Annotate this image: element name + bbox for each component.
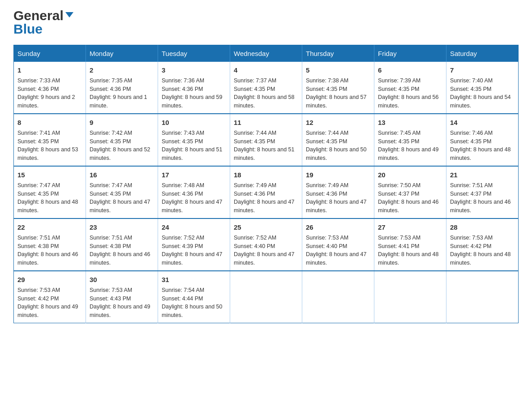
calendar-cell: 31Sunrise: 7:54 AMSunset: 4:44 PMDayligh… bbox=[158, 271, 230, 323]
day-sunrise: Sunrise: 7:53 AM bbox=[450, 235, 493, 241]
header-tuesday: Tuesday bbox=[158, 45, 230, 62]
calendar-cell: 16Sunrise: 7:47 AMSunset: 4:35 PMDayligh… bbox=[86, 166, 158, 218]
calendar-cell: 9Sunrise: 7:42 AMSunset: 4:35 PMDaylight… bbox=[86, 114, 158, 166]
day-sunrise: Sunrise: 7:51 AM bbox=[450, 182, 493, 188]
calendar-cell: 26Sunrise: 7:53 AMSunset: 4:40 PMDayligh… bbox=[302, 218, 374, 271]
day-sunset: Sunset: 4:36 PM bbox=[306, 191, 347, 197]
day-daylight: Daylight: 8 hours and 47 minutes. bbox=[90, 199, 150, 214]
day-daylight: Daylight: 8 hours and 53 minutes. bbox=[17, 146, 78, 161]
calendar-cell: 17Sunrise: 7:48 AMSunset: 4:36 PMDayligh… bbox=[158, 166, 230, 218]
day-number: 14 bbox=[450, 118, 515, 127]
calendar-cell: 25Sunrise: 7:52 AMSunset: 4:40 PMDayligh… bbox=[230, 218, 302, 271]
day-sunrise: Sunrise: 7:39 AM bbox=[378, 77, 420, 84]
calendar-week-4: 22Sunrise: 7:51 AMSunset: 4:38 PMDayligh… bbox=[14, 218, 519, 271]
day-daylight: Daylight: 8 hours and 51 minutes. bbox=[234, 146, 295, 161]
day-number: 12 bbox=[306, 118, 370, 127]
logo-line2: Blue bbox=[13, 22, 73, 36]
calendar-cell bbox=[230, 271, 302, 323]
day-sunrise: Sunrise: 7:51 AM bbox=[17, 235, 60, 241]
day-sunrise: Sunrise: 7:52 AM bbox=[162, 235, 204, 241]
logo-triangle-icon bbox=[65, 12, 73, 17]
day-sunrise: Sunrise: 7:40 AM bbox=[450, 77, 493, 84]
day-sunrise: Sunrise: 7:53 AM bbox=[90, 287, 132, 293]
day-daylight: Daylight: 8 hours and 57 minutes. bbox=[306, 94, 367, 109]
calendar-cell: 8Sunrise: 7:41 AMSunset: 4:35 PMDaylight… bbox=[14, 114, 86, 166]
day-number: 6 bbox=[378, 65, 442, 75]
calendar-cell: 1Sunrise: 7:33 AMSunset: 4:36 PMDaylight… bbox=[14, 62, 86, 114]
day-number: 3 bbox=[162, 65, 226, 75]
day-sunset: Sunset: 4:43 PM bbox=[90, 295, 131, 302]
day-sunrise: Sunrise: 7:53 AM bbox=[17, 287, 60, 293]
day-sunrise: Sunrise: 7:47 AM bbox=[17, 182, 60, 188]
day-number: 4 bbox=[234, 65, 298, 75]
day-number: 22 bbox=[17, 223, 82, 232]
day-number: 16 bbox=[90, 170, 154, 180]
day-daylight: Daylight: 8 hours and 46 minutes. bbox=[17, 251, 78, 266]
calendar-cell: 24Sunrise: 7:52 AMSunset: 4:39 PMDayligh… bbox=[158, 218, 230, 271]
calendar-cell: 6Sunrise: 7:39 AMSunset: 4:35 PMDaylight… bbox=[374, 62, 446, 114]
day-sunrise: Sunrise: 7:49 AM bbox=[306, 182, 348, 188]
day-daylight: Daylight: 8 hours and 47 minutes. bbox=[162, 251, 223, 266]
day-sunset: Sunset: 4:35 PM bbox=[378, 138, 419, 145]
day-sunrise: Sunrise: 7:48 AM bbox=[162, 182, 204, 188]
day-sunrise: Sunrise: 7:35 AM bbox=[90, 77, 132, 84]
calendar-cell: 19Sunrise: 7:49 AMSunset: 4:36 PMDayligh… bbox=[302, 166, 374, 218]
day-daylight: Daylight: 8 hours and 50 minutes. bbox=[162, 304, 223, 318]
day-number: 13 bbox=[378, 118, 442, 127]
day-sunrise: Sunrise: 7:38 AM bbox=[306, 77, 348, 84]
day-daylight: Daylight: 9 hours and 2 minutes. bbox=[17, 94, 75, 109]
day-sunset: Sunset: 4:35 PM bbox=[378, 86, 419, 92]
day-sunset: Sunset: 4:36 PM bbox=[162, 86, 203, 92]
day-number: 9 bbox=[90, 118, 154, 127]
logo-line1: General bbox=[13, 9, 73, 22]
day-number: 8 bbox=[17, 118, 82, 127]
calendar-cell: 11Sunrise: 7:44 AMSunset: 4:35 PMDayligh… bbox=[230, 114, 302, 166]
day-number: 11 bbox=[234, 118, 298, 127]
day-sunrise: Sunrise: 7:51 AM bbox=[90, 235, 132, 241]
day-number: 25 bbox=[234, 223, 298, 232]
calendar-cell: 7Sunrise: 7:40 AMSunset: 4:35 PMDaylight… bbox=[446, 62, 519, 114]
header-sunday: Sunday bbox=[14, 45, 86, 62]
day-sunrise: Sunrise: 7:52 AM bbox=[234, 235, 276, 241]
day-number: 23 bbox=[90, 223, 154, 232]
day-daylight: Daylight: 8 hours and 54 minutes. bbox=[450, 94, 511, 109]
day-daylight: Daylight: 8 hours and 56 minutes. bbox=[378, 94, 439, 109]
day-sunset: Sunset: 4:40 PM bbox=[234, 243, 275, 249]
day-sunrise: Sunrise: 7:41 AM bbox=[17, 130, 60, 136]
header-saturday: Saturday bbox=[446, 45, 519, 62]
day-sunrise: Sunrise: 7:44 AM bbox=[234, 130, 276, 136]
day-number: 5 bbox=[306, 65, 370, 75]
day-daylight: Daylight: 8 hours and 46 minutes. bbox=[450, 199, 511, 214]
day-sunrise: Sunrise: 7:49 AM bbox=[234, 182, 276, 188]
day-daylight: Daylight: 8 hours and 47 minutes. bbox=[306, 199, 367, 214]
calendar-cell bbox=[374, 271, 446, 323]
day-sunrise: Sunrise: 7:37 AM bbox=[234, 77, 276, 84]
day-daylight: Daylight: 8 hours and 49 minutes. bbox=[90, 304, 150, 318]
day-sunset: Sunset: 4:39 PM bbox=[162, 243, 203, 249]
day-number: 10 bbox=[162, 118, 226, 127]
calendar-cell: 3Sunrise: 7:36 AMSunset: 4:36 PMDaylight… bbox=[158, 62, 230, 114]
calendar-cell: 12Sunrise: 7:44 AMSunset: 4:35 PMDayligh… bbox=[302, 114, 374, 166]
day-number: 21 bbox=[450, 170, 515, 180]
day-daylight: Daylight: 8 hours and 50 minutes. bbox=[306, 146, 367, 161]
day-daylight: Daylight: 8 hours and 48 minutes. bbox=[450, 146, 511, 161]
day-sunset: Sunset: 4:35 PM bbox=[306, 138, 347, 145]
day-number: 2 bbox=[90, 65, 154, 75]
day-sunrise: Sunrise: 7:45 AM bbox=[378, 130, 420, 136]
day-sunset: Sunset: 4:35 PM bbox=[306, 86, 347, 92]
day-sunrise: Sunrise: 7:43 AM bbox=[162, 130, 204, 136]
day-daylight: Daylight: 8 hours and 46 minutes. bbox=[378, 199, 439, 214]
day-number: 27 bbox=[378, 223, 442, 232]
day-number: 31 bbox=[162, 275, 226, 284]
day-sunrise: Sunrise: 7:54 AM bbox=[162, 287, 204, 293]
day-sunset: Sunset: 4:35 PM bbox=[450, 138, 491, 145]
calendar-week-2: 8Sunrise: 7:41 AMSunset: 4:35 PMDaylight… bbox=[14, 114, 519, 166]
day-sunset: Sunset: 4:35 PM bbox=[234, 86, 275, 92]
calendar-week-3: 15Sunrise: 7:47 AMSunset: 4:35 PMDayligh… bbox=[14, 166, 519, 218]
calendar-cell: 15Sunrise: 7:47 AMSunset: 4:35 PMDayligh… bbox=[14, 166, 86, 218]
day-number: 1 bbox=[17, 65, 82, 75]
calendar-cell: 4Sunrise: 7:37 AMSunset: 4:35 PMDaylight… bbox=[230, 62, 302, 114]
calendar-header-row: SundayMondayTuesdayWednesdayThursdayFrid… bbox=[14, 45, 519, 62]
day-number: 24 bbox=[162, 223, 226, 232]
day-sunset: Sunset: 4:38 PM bbox=[90, 243, 131, 249]
